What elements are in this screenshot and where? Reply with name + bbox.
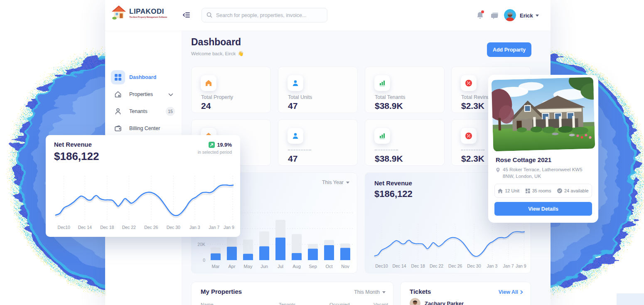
search-icon — [206, 12, 213, 18]
stat-value: $38.9K — [375, 154, 403, 164]
notifications-bell-icon[interactable] — [476, 11, 484, 22]
tenants-person-icon — [111, 104, 125, 118]
units-value: 12 Unit — [505, 188, 519, 193]
ticket-row[interactable]: Zachary Parker — [410, 298, 464, 305]
search-bar — [202, 8, 327, 22]
label-placeholder-dots — [288, 150, 311, 150]
stat-label: Total Tenants — [375, 94, 405, 100]
bar-primary — [308, 248, 318, 260]
search-input[interactable] — [202, 8, 327, 22]
x-axis-label: Oct — [325, 264, 332, 269]
bar-primary — [275, 238, 285, 260]
messages-icon[interactable] — [491, 12, 499, 21]
bar-primary — [292, 253, 302, 260]
x-axis-label: Dec 22 — [122, 225, 136, 230]
x-axis-labels: Dec10Dec 14Dec 18Dec 22Dec 26Dec 30Jan 3… — [52, 225, 234, 231]
bar-primary — [324, 245, 334, 260]
app-logo: LIPAKODI The Best Property Management So… — [111, 4, 178, 20]
stat-card: Total Units 47 — [278, 66, 358, 113]
percent-icon — [461, 128, 477, 144]
property-card: Rose Cottage 2021 45 Roker Terrace, Lath… — [488, 75, 598, 223]
overlay-net-revenue-title: Net Revenue — [54, 141, 92, 148]
x-axis-label: Dec 14 — [392, 263, 406, 268]
x-axis-label: Dec 14 — [78, 225, 92, 230]
stat-value: 24 — [201, 101, 211, 111]
available-value: 24 available — [564, 188, 589, 193]
sidebar-item-label: Billing Center — [129, 125, 160, 131]
x-axis-label: Jan 7 — [503, 263, 514, 268]
property-address: 45 Roker Terrace, Latheronweel KW5 8NW, … — [496, 166, 583, 180]
stat-value: $38.9K — [375, 101, 403, 111]
x-axis-labels: Dec10Dec 14Dec 18Dec 22Dec 26Dec 30Jan 3… — [372, 263, 525, 269]
location-pin-icon — [496, 167, 500, 173]
sidebar-item-label: Properties — [129, 91, 153, 97]
x-axis-label: Dec 30 — [467, 263, 481, 268]
rooms-grid-icon — [526, 189, 530, 193]
person-icon — [288, 75, 303, 91]
sidebar-collapse-icon[interactable] — [182, 11, 191, 21]
column-header-tenants: Tenants — [279, 302, 295, 305]
user-menu-caret-icon[interactable] — [536, 15, 539, 17]
stat-card: Total Property 24 — [191, 66, 271, 113]
stat-card: 47 — [278, 119, 358, 166]
add-property-button[interactable]: Add Proparty — [487, 42, 531, 57]
x-axis-label: Dec 26 — [448, 263, 462, 268]
welcome-message: Welcome back, Eirck — [191, 51, 236, 56]
column-header-occupied: Occupied — [329, 302, 350, 305]
user-avatar[interactable] — [504, 9, 516, 21]
column-header-vacant: Vacant — [374, 302, 388, 305]
y-axis-tick: 20K — [197, 242, 205, 247]
revenue-line — [56, 185, 234, 216]
overlay-revenue-line-chart — [52, 175, 234, 222]
tickets-title: Tickets — [410, 288, 431, 295]
bars-icon — [374, 128, 390, 144]
my-properties-title: My Properties — [201, 288, 242, 295]
trend-up-icon — [209, 142, 215, 148]
x-axis-label: Jan 9 — [224, 225, 234, 230]
x-axis-label: Jan 3 — [487, 263, 498, 268]
bar-primary — [243, 254, 253, 260]
period-note: in selected period — [198, 150, 232, 155]
sidebar-item-label: Dashboard — [129, 74, 156, 80]
home-icon — [201, 75, 216, 91]
net-revenue-title: Net Revenue — [374, 180, 412, 187]
view-details-button[interactable]: View Details — [494, 202, 592, 216]
bar-primary — [211, 253, 221, 260]
x-axis-label: Jan 7 — [209, 225, 220, 230]
month-filter-dropdown[interactable]: This Month — [354, 289, 386, 295]
label-placeholder-dots — [375, 150, 398, 150]
x-axis-label: Sep — [309, 264, 317, 269]
notification-dot — [481, 10, 484, 13]
ticket-avatar — [410, 298, 420, 305]
units-stat: 12 Unit — [498, 188, 519, 193]
overlay-net-revenue-value: $186,122 — [54, 150, 99, 163]
logo-name: LIPAKODI — [129, 7, 178, 16]
sidebar-item-dashboard[interactable]: Dashboard — [111, 69, 177, 85]
rooms-stat: 35 rooms — [526, 188, 551, 193]
overlay-change-block: 19.9% in selected period — [198, 142, 232, 155]
sidebar-item-billing-center[interactable]: Billing Center — [111, 121, 177, 136]
x-axis-label: Dec 22 — [430, 263, 443, 268]
property-photo — [492, 77, 595, 152]
x-axis-label: Nov — [341, 264, 349, 269]
tickets-view-all-link[interactable]: View All — [499, 289, 523, 295]
sidebar-item-tenants[interactable]: Tenants 15 — [111, 103, 177, 119]
line-shadow — [56, 187, 234, 217]
check-circle-icon — [557, 188, 562, 193]
user-name[interactable]: Erick — [520, 12, 533, 19]
stat-label: Total Units — [288, 94, 312, 100]
line-shadow — [375, 233, 525, 258]
caret-down-icon — [382, 291, 386, 293]
stat-value: 47 — [288, 101, 297, 111]
net-revenue-overlay-card: Net Revenue $186,122 19.9% in selected p… — [46, 135, 240, 237]
stat-card: $38.9K — [365, 119, 445, 166]
chevron-down-icon[interactable] — [168, 91, 173, 98]
page-title: Dashboard — [191, 37, 241, 48]
bar-primary — [340, 248, 350, 260]
sidebar-item-properties[interactable]: Properties — [111, 86, 177, 102]
x-axis-label: Dec 30 — [167, 225, 180, 230]
logo-tagline: The Best Property Management Software — [129, 16, 167, 18]
welcome-text: Welcome back, Eirck 👋 — [191, 51, 244, 57]
logo-house-icon — [111, 4, 127, 20]
x-axis-label: Jan 3 — [189, 225, 200, 230]
